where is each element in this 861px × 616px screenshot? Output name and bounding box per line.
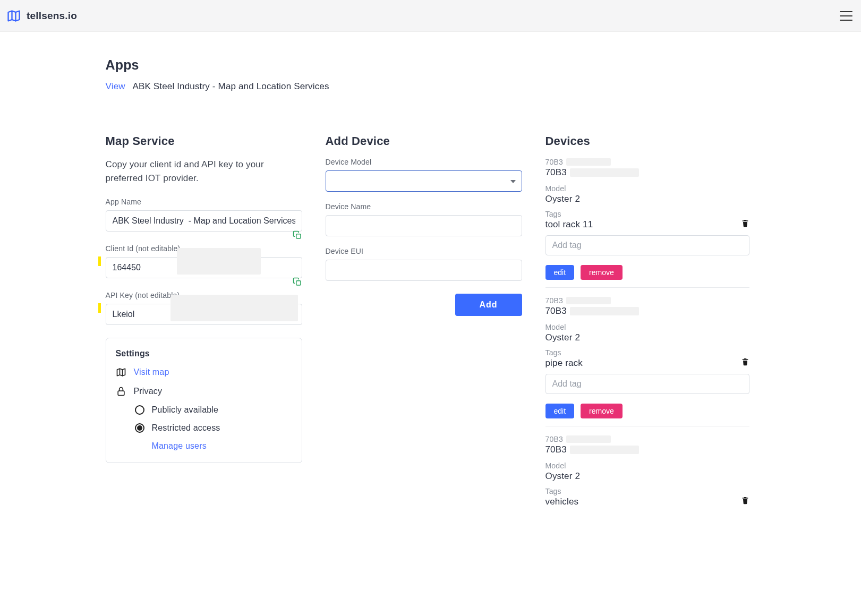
privacy-label: Privacy — [134, 387, 163, 396]
manage-users-link[interactable]: Manage users — [152, 441, 207, 451]
settings-heading: Settings — [116, 349, 292, 358]
privacy-option-public: Publicly available — [152, 405, 219, 415]
device-tags-label: Tags — [545, 348, 749, 357]
privacy-option-restricted: Restricted access — [152, 423, 220, 433]
breadcrumb-current: ABK Steel Industry - Map and Location Se… — [132, 81, 329, 91]
lock-icon — [116, 386, 126, 397]
device-tag-value: pipe rack — [545, 358, 583, 369]
copy-icon[interactable] — [293, 230, 302, 240]
edit-device-button[interactable]: edit — [545, 265, 575, 280]
map-service-subtext: Copy your client id and API key to your … — [106, 158, 302, 186]
copy-icon[interactable] — [293, 277, 302, 287]
redaction-mask — [177, 248, 261, 275]
device-tags-label: Tags — [545, 487, 749, 495]
device-id: 70B3 — [545, 306, 567, 316]
app-name-label: App Name — [106, 198, 302, 206]
brand[interactable]: tellsens.io — [6, 8, 77, 23]
redaction-mask — [570, 168, 639, 177]
add-tag-input[interactable] — [545, 374, 749, 394]
edit-device-button[interactable]: edit — [545, 404, 575, 418]
device-model-label: Model — [545, 323, 749, 331]
device-tag-value: vehicles — [545, 497, 579, 507]
map-icon — [116, 367, 126, 378]
device-id-small: 70B3 — [545, 158, 563, 166]
page-title: Apps — [106, 57, 749, 73]
settings-card: Settings Visit map Privacy Publicly avai… — [106, 338, 302, 463]
highlight-marker — [98, 256, 101, 266]
device-model-label: Model — [545, 461, 749, 470]
device-eui-label: Device EUI — [326, 247, 522, 255]
redaction-mask — [570, 446, 639, 454]
brand-name: tellsens.io — [27, 10, 77, 22]
device-id: 70B3 — [545, 167, 567, 178]
redaction-mask — [566, 158, 611, 166]
trash-icon[interactable] — [741, 218, 749, 228]
device-tag-value: tool rack 11 — [545, 219, 593, 230]
devices-heading: Devices — [545, 134, 749, 148]
device-name-label: Device Name — [326, 202, 522, 211]
device-model-value: Oyster 2 — [545, 332, 749, 343]
redaction-mask — [171, 295, 298, 321]
svg-rect-6 — [118, 391, 124, 395]
map-logo-icon — [6, 8, 21, 23]
device-id-small: 70B3 — [545, 296, 563, 305]
radio-public[interactable] — [135, 405, 144, 415]
device-id-small: 70B3 — [545, 435, 563, 443]
remove-device-button[interactable]: remove — [581, 404, 623, 418]
redaction-mask — [566, 297, 611, 304]
device-model-select[interactable] — [326, 170, 522, 192]
add-tag-input[interactable] — [545, 235, 749, 255]
device-card: 70B370B3ModelOyster 2Tagstool rack 11edi… — [545, 158, 749, 288]
device-model-label: Model — [545, 184, 749, 193]
app-name-input[interactable] — [106, 210, 302, 232]
visit-map-link[interactable]: Visit map — [134, 367, 169, 377]
device-model-value: Oyster 2 — [545, 194, 749, 204]
map-service-heading: Map Service — [106, 134, 302, 148]
svg-rect-3 — [296, 280, 300, 285]
redaction-mask — [566, 435, 611, 443]
device-model-label: Device Model — [326, 158, 522, 166]
trash-icon[interactable] — [741, 495, 749, 505]
device-tags-label: Tags — [545, 210, 749, 218]
trash-icon[interactable] — [741, 357, 749, 366]
redaction-mask — [570, 307, 639, 315]
svg-rect-2 — [296, 234, 300, 238]
add-device-button[interactable]: Add — [455, 294, 522, 316]
device-card: 70B370B3ModelOyster 2Tagspipe rackeditre… — [545, 296, 749, 426]
remove-device-button[interactable]: remove — [581, 265, 623, 280]
device-id: 70B3 — [545, 444, 567, 455]
breadcrumb: View ABK Steel Industry - Map and Locati… — [106, 81, 749, 92]
highlight-marker — [98, 303, 101, 313]
breadcrumb-link-view[interactable]: View — [106, 81, 125, 91]
radio-restricted[interactable] — [135, 423, 144, 433]
device-name-input[interactable] — [326, 215, 522, 236]
device-divider — [545, 287, 749, 288]
add-device-heading: Add Device — [326, 134, 522, 148]
device-card: 70B370B3ModelOyster 2Tagsvehicles — [545, 435, 749, 507]
device-eui-input[interactable] — [326, 260, 522, 281]
menu-icon[interactable] — [840, 11, 853, 21]
device-divider — [545, 426, 749, 426]
device-model-value: Oyster 2 — [545, 471, 749, 482]
